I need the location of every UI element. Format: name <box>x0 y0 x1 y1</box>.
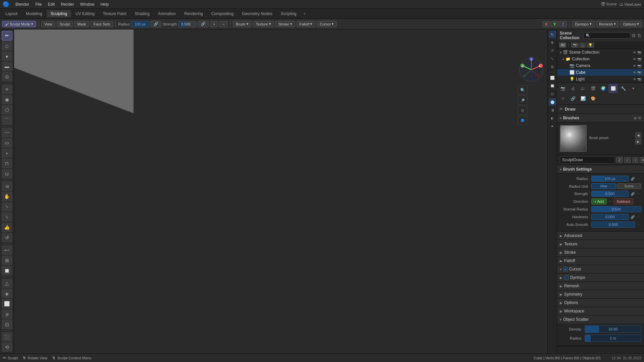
header-icon-rotate[interactable]: ↺ <box>549 47 556 54</box>
strength-value[interactable]: 0.500 <box>178 21 197 27</box>
brush-thumbnail[interactable] <box>560 125 587 152</box>
tool-boundary[interactable]: ⊞ <box>2 256 12 265</box>
tool-box-face-set[interactable]: ⬛ <box>2 332 12 342</box>
remesh-header[interactable]: ▶ Remesh <box>557 282 644 290</box>
header-icon-scale[interactable]: ⤡ <box>549 55 556 62</box>
brush-dropdown[interactable]: Brush ▾ <box>233 21 252 27</box>
strength-sub[interactable]: − <box>219 21 227 27</box>
outliner-camera[interactable]: ▾ 📷 Camera 👁 📷 <box>557 62 644 69</box>
dyntopo-checkbox[interactable] <box>564 275 569 280</box>
tool-simplify[interactable]: △ <box>2 279 12 288</box>
outliner-search[interactable] <box>583 33 630 39</box>
unit-scene-btn[interactable]: Scene <box>617 183 642 189</box>
falloff-header[interactable]: ▶ Falloff <box>557 257 644 265</box>
bs-radius-value[interactable]: 100 px <box>591 176 629 182</box>
render-preview-btn[interactable]: ◐ <box>549 114 556 122</box>
menu-edit[interactable]: Edit <box>45 1 58 7</box>
prop-tab-render[interactable]: 📷 <box>558 84 568 93</box>
overlay-btn[interactable]: 🔲 <box>549 82 556 89</box>
object-scatter-header[interactable]: ▾ Object Scatter <box>557 315 644 323</box>
unit-view-btn[interactable]: View <box>591 183 616 189</box>
axis-y-btn[interactable]: Y <box>551 21 558 27</box>
tab-rendering[interactable]: Rendering <box>180 10 207 17</box>
light-render[interactable]: 📷 <box>637 77 641 81</box>
scene-col-render[interactable]: 📷 <box>637 51 641 54</box>
cam-render[interactable]: 📷 <box>637 64 641 68</box>
prop-tab-object[interactable]: ⬜ <box>608 84 618 93</box>
filter-camera[interactable]: 📷 <box>571 43 579 48</box>
prop-tab-material[interactable]: 🎨 <box>588 94 598 103</box>
nav-gizmo[interactable]: X Y Z 🔍 🔎 ⊡ <box>518 56 545 125</box>
tool-mask[interactable]: ◈ <box>2 289 12 298</box>
bs-radius-randomize[interactable]: ⋯ <box>637 176 641 181</box>
radius-value[interactable]: 100 px <box>131 21 149 27</box>
rendered-btn[interactable]: ● <box>549 122 556 130</box>
prop-tab-scene[interactable]: 🎬 <box>588 84 598 93</box>
scene-col-view[interactable]: 👁 <box>633 51 636 54</box>
tab-sculpting[interactable]: Sculpting <box>47 10 71 17</box>
fit-view-btn[interactable]: ⊡ <box>518 106 527 115</box>
options-btn[interactable]: Options ▾ <box>620 21 642 27</box>
cam-view[interactable]: 👁 <box>633 64 636 68</box>
mode-selector[interactable]: 🖌 Sculpt Mode ▾ <box>2 21 36 27</box>
menu-help[interactable]: Help <box>98 1 111 7</box>
cube-render[interactable]: 📷 <box>637 71 641 74</box>
xray-btn[interactable]: ⊡ <box>549 90 556 98</box>
tool-lasso-mask[interactable]: ⌀ <box>2 309 12 319</box>
tab-animation[interactable]: Animation <box>154 10 180 17</box>
tool-clay-thumb[interactable]: ⊙ <box>2 72 12 82</box>
bs-strength-value[interactable]: 0.500 <box>591 191 629 197</box>
outliner-filter-btn[interactable]: ⚙ <box>632 33 636 38</box>
cursor-checkbox[interactable] <box>563 267 568 272</box>
outliner-sync-btn[interactable]: ⇅ <box>637 33 641 38</box>
bs-strength-randomize[interactable]: ⋯ <box>637 191 641 196</box>
os-radius-bar[interactable]: 1 m <box>585 335 641 342</box>
workspace-header[interactable]: ▶ Workspace <box>557 307 644 315</box>
tool-clay[interactable]: ● <box>2 51 12 61</box>
tool-blob[interactable]: ⬡ <box>2 105 12 115</box>
tool-clay-strips[interactable]: ▬ <box>2 62 12 71</box>
remesh-btn[interactable]: Remesh ▾ <box>596 21 619 27</box>
brush-prev-btn[interactable]: ◀ <box>635 132 641 138</box>
col-render[interactable]: 📷 <box>637 57 641 61</box>
tool-snake-hook[interactable]: ⤣ <box>2 212 12 222</box>
tab-uv-editing[interactable]: UV Editing <box>71 10 99 17</box>
tool-transform[interactable]: ⟲ <box>2 342 12 352</box>
outliner-scene-collection[interactable]: ▾ 🎬 Scene Collection 👁 📷 <box>557 49 644 56</box>
zoom-in-btn[interactable]: 🔍 <box>518 85 527 95</box>
filter-all[interactable]: All <box>559 43 566 48</box>
face-sets-button[interactable]: Face Sets <box>91 21 113 27</box>
bs-autosmooth-randomize[interactable]: ⋯ <box>637 222 641 227</box>
tool-box-mask[interactable]: ⬜ <box>2 299 12 309</box>
tool-scrape[interactable]: ⊓ <box>2 159 12 168</box>
viewport[interactable]: User Perspective (1) Cube <box>14 29 557 353</box>
outliner-cube[interactable]: ▾ ⬜ Cube 👁 📷 <box>557 69 644 76</box>
light-view[interactable]: 👁 <box>633 77 636 81</box>
prop-tab-physics[interactable]: ⚛ <box>558 94 568 103</box>
strength-add[interactable]: + <box>210 21 218 27</box>
tool-fill[interactable]: ▪ <box>2 148 12 158</box>
brushes-nav-icon[interactable]: ⊞ <box>634 116 637 120</box>
toggle-view-btn[interactable]: 🔵 <box>518 116 527 125</box>
tool-pinch[interactable]: ⊲ <box>2 181 12 191</box>
bs-radius-constrain[interactable]: 🔗 <box>630 176 635 181</box>
col-view[interactable]: 👁 <box>633 57 636 61</box>
cursor-header[interactable]: ▾ Cursor <box>557 265 644 273</box>
outliner-light[interactable]: ▾ 💡 Light 👁 📷 <box>557 76 644 82</box>
tool-multiplane-scrape[interactable]: ⊔ <box>2 169 12 179</box>
brushes-settings-icon[interactable]: ⚙ <box>638 116 641 120</box>
tool-flatten[interactable]: ▭ <box>2 138 12 148</box>
bs-hardness-randomize[interactable]: ⋯ <box>637 215 641 220</box>
filter-light[interactable]: 💡 <box>587 43 594 48</box>
tool-thumb[interactable]: 👍 <box>2 223 12 232</box>
tool-draw-sharp[interactable]: ◇ <box>2 41 12 51</box>
tab-compositing[interactable]: Compositing <box>207 10 238 17</box>
header-icon-move[interactable]: ✥ <box>549 39 556 46</box>
prop-tab-view-layer[interactable]: 🗂 <box>578 84 588 93</box>
axis-x-btn[interactable]: X <box>542 21 550 27</box>
tool-line-mask[interactable]: ⊡ <box>2 319 12 329</box>
menu-file[interactable]: File <box>33 1 44 7</box>
add-workspace-button[interactable]: + <box>301 10 309 17</box>
tab-texture-paint[interactable]: Texture Paint <box>99 10 130 17</box>
brush-settings-header[interactable]: ▾ Brush Settings <box>557 165 644 174</box>
